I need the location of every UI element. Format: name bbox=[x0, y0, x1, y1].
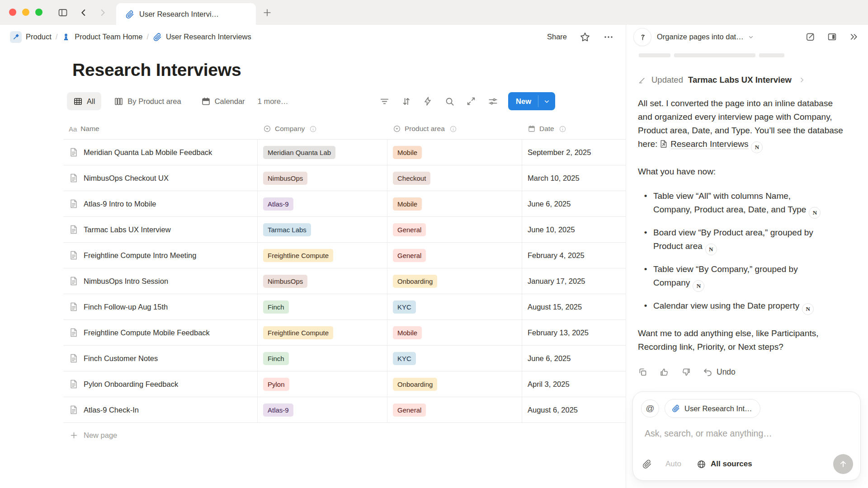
product-area-cell[interactable]: Onboarding bbox=[387, 268, 522, 294]
product-area-cell[interactable]: Mobile bbox=[387, 140, 522, 165]
date-cell[interactable]: August 15, 2025 bbox=[522, 294, 627, 319]
ai-thread-title[interactable]: Organize pages into dat… bbox=[657, 33, 744, 41]
info-icon[interactable] bbox=[309, 125, 317, 133]
column-header-product-area[interactable]: Product area bbox=[387, 125, 522, 133]
company-tag[interactable]: Meridian Quanta Lab bbox=[263, 146, 335, 159]
notion-page-badge-icon[interactable]: N bbox=[705, 244, 717, 255]
company-cell[interactable]: NimbusOps bbox=[258, 268, 387, 294]
panel-toggle-icon[interactable] bbox=[827, 32, 837, 42]
name-cell[interactable]: Tarmac Labs UX Interview bbox=[63, 217, 258, 242]
view-tab-by-product-area[interactable]: By Product area bbox=[108, 92, 187, 110]
company-tag[interactable]: Atlas-9 bbox=[263, 404, 293, 417]
company-cell[interactable]: Tarmac Labs bbox=[258, 217, 387, 242]
date-cell[interactable]: August 6, 2025 bbox=[522, 397, 627, 422]
more-views-button[interactable]: 1 more… bbox=[258, 97, 288, 106]
new-button[interactable]: New bbox=[508, 92, 555, 110]
view-settings-sliders-icon[interactable] bbox=[487, 96, 498, 107]
breadcrumb-item-product[interactable]: Product bbox=[10, 31, 52, 43]
company-cell[interactable]: Freightline Compute bbox=[258, 243, 387, 268]
product-area-cell[interactable]: Checkout bbox=[387, 165, 522, 191]
product-area-cell[interactable]: KYC bbox=[387, 294, 522, 319]
date-cell[interactable]: April 3, 2025 bbox=[522, 371, 627, 397]
company-tag[interactable]: NimbusOps bbox=[263, 275, 307, 288]
product-area-cell[interactable]: General bbox=[387, 397, 522, 422]
auto-mode-button[interactable]: Auto bbox=[665, 460, 681, 469]
product-area-tag[interactable]: General bbox=[393, 249, 426, 262]
table-row[interactable]: Freightline Compute Mobile FeedbackFreig… bbox=[63, 320, 627, 346]
breadcrumb-item-current-page[interactable]: User Research Interviews bbox=[153, 33, 251, 42]
all-sources-button[interactable]: All sources bbox=[697, 460, 752, 469]
table-row[interactable]: NimbusOps Checkout UXNimbusOpsCheckoutMa… bbox=[63, 165, 627, 191]
product-area-tag[interactable]: KYC bbox=[393, 300, 416, 314]
product-area-cell[interactable]: Mobile bbox=[387, 320, 522, 345]
product-area-tag[interactable]: Mobile bbox=[393, 326, 422, 339]
product-area-cell[interactable]: Mobile bbox=[387, 191, 522, 216]
date-cell[interactable]: June 6, 2025 bbox=[522, 191, 627, 216]
table-row[interactable]: Atlas-9 Intro to MobileAtlas-9MobileJune… bbox=[63, 191, 627, 217]
company-tag[interactable]: Tarmac Labs bbox=[263, 223, 311, 236]
company-tag[interactable]: Freightline Compute bbox=[263, 326, 333, 339]
mention-icon[interactable]: @ bbox=[641, 399, 659, 418]
close-window-button[interactable] bbox=[9, 9, 16, 16]
sort-icon[interactable] bbox=[401, 96, 411, 107]
column-header-name[interactable]: Aa Name bbox=[63, 125, 258, 133]
view-tab-calendar[interactable]: Calendar bbox=[195, 92, 251, 110]
thumbs-down-icon[interactable] bbox=[681, 367, 691, 377]
info-icon[interactable] bbox=[449, 125, 457, 133]
back-icon[interactable] bbox=[78, 7, 90, 19]
info-icon[interactable] bbox=[559, 125, 566, 133]
company-cell[interactable]: Atlas-9 bbox=[258, 191, 387, 216]
product-area-cell[interactable]: KYC bbox=[387, 346, 522, 371]
company-tag[interactable]: Finch bbox=[263, 352, 289, 365]
double-chevron-right-icon[interactable] bbox=[849, 32, 859, 42]
table-row[interactable]: Finch Follow-up Aug 15thFinchKYCAugust 1… bbox=[63, 294, 627, 320]
company-cell[interactable]: Finch bbox=[258, 346, 387, 371]
name-cell[interactable]: NimbusOps Intro Session bbox=[63, 268, 258, 294]
send-button[interactable] bbox=[833, 454, 853, 474]
notion-page-badge-icon[interactable]: N bbox=[693, 280, 704, 292]
date-cell[interactable]: June 10, 2025 bbox=[522, 217, 627, 242]
undo-button[interactable]: Undo bbox=[703, 367, 736, 377]
more-options-icon[interactable] bbox=[603, 32, 614, 42]
browser-tab-active[interactable]: User Research Intervi… bbox=[116, 3, 256, 25]
table-row[interactable]: Tarmac Labs UX InterviewTarmac LabsGener… bbox=[63, 217, 627, 243]
notion-page-badge-icon[interactable]: N bbox=[802, 303, 814, 315]
notion-page-badge-icon[interactable]: N bbox=[751, 141, 763, 153]
compose-icon[interactable] bbox=[805, 32, 816, 42]
company-tag[interactable]: Atlas-9 bbox=[263, 197, 293, 211]
minimize-window-button[interactable] bbox=[22, 9, 29, 16]
zoom-window-button[interactable] bbox=[35, 9, 42, 16]
updated-page-row[interactable]: Updated Tarmac Labs UX Interview bbox=[638, 75, 850, 85]
view-tab-all[interactable]: All bbox=[67, 92, 101, 110]
product-area-tag[interactable]: Mobile bbox=[393, 197, 422, 211]
name-cell[interactable]: Pylon Onboarding Feedback bbox=[63, 371, 258, 397]
chevron-down-icon[interactable] bbox=[748, 34, 754, 40]
research-interviews-link[interactable]: Research Interviews bbox=[670, 139, 748, 149]
company-cell[interactable]: Pylon bbox=[258, 371, 387, 397]
chevron-down-icon[interactable] bbox=[538, 92, 555, 110]
table-row[interactable]: Pylon Onboarding FeedbackPylonOnboarding… bbox=[63, 371, 627, 397]
context-chip[interactable]: User Research Int… bbox=[665, 399, 760, 418]
filter-icon[interactable] bbox=[379, 96, 390, 107]
favorite-star-icon[interactable] bbox=[580, 32, 590, 42]
column-header-company[interactable]: Company bbox=[258, 125, 387, 133]
sidebar-toggle-icon[interactable] bbox=[57, 7, 69, 19]
table-row[interactable]: Finch Customer NotesFinchKYCJune 6, 2025 bbox=[63, 346, 627, 371]
automations-lightning-icon[interactable] bbox=[422, 96, 433, 107]
new-tab-button[interactable] bbox=[260, 6, 274, 19]
date-cell[interactable]: June 6, 2025 bbox=[522, 346, 627, 371]
product-area-cell[interactable]: Onboarding bbox=[387, 371, 522, 397]
name-cell[interactable]: Freightline Compute Intro Meeting bbox=[63, 243, 258, 268]
product-area-tag[interactable]: General bbox=[393, 404, 426, 417]
share-button[interactable]: Share bbox=[547, 33, 567, 41]
company-tag[interactable]: NimbusOps bbox=[263, 172, 307, 185]
name-cell[interactable]: NimbusOps Checkout UX bbox=[63, 165, 258, 191]
product-area-tag[interactable]: Onboarding bbox=[393, 378, 437, 391]
company-cell[interactable]: Finch bbox=[258, 294, 387, 319]
table-row[interactable]: Meridian Quanta Lab Mobile FeedbackMerid… bbox=[63, 140, 627, 165]
product-area-tag[interactable]: Checkout bbox=[393, 172, 430, 185]
company-tag[interactable]: Pylon bbox=[263, 378, 289, 391]
ai-prompt-input[interactable] bbox=[644, 428, 835, 439]
expand-icon[interactable] bbox=[466, 96, 476, 107]
date-cell[interactable]: February 4, 2025 bbox=[522, 243, 627, 268]
